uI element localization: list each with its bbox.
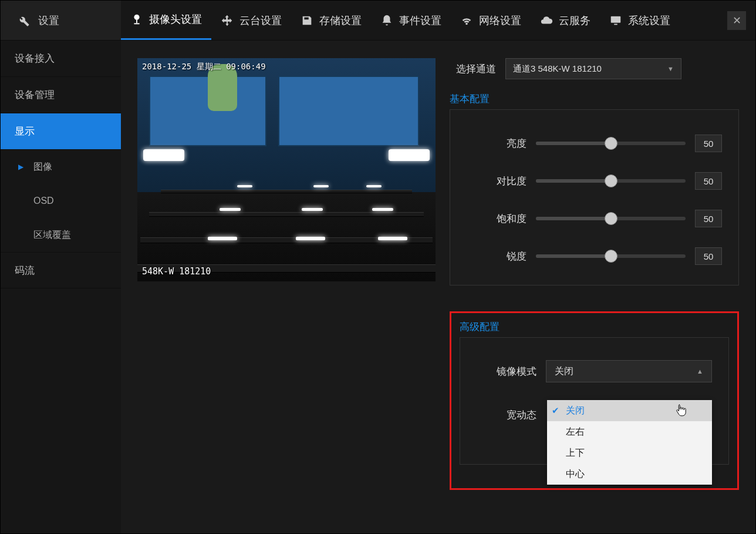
dropdown-option-label: 关闭 <box>566 405 585 417</box>
slider-label-brightness: 亮度 <box>460 137 536 150</box>
svg-rect-1 <box>136 20 137 23</box>
tab-ptz-settings[interactable]: 云台设置 <box>211 1 291 40</box>
tab-camera-settings[interactable]: 摄像头设置 <box>121 1 211 40</box>
sidebar-subitem-region-cover[interactable]: 区域覆盖 <box>1 218 121 252</box>
dropdown-option-left-right[interactable]: 左右 <box>547 421 712 442</box>
slider-label-saturation: 饱和度 <box>460 212 536 226</box>
tab-label: 存储设置 <box>319 14 362 28</box>
slider-contrast[interactable] <box>536 179 686 183</box>
slider-label-contrast: 对比度 <box>460 174 536 188</box>
tab-label: 摄像头设置 <box>149 12 202 26</box>
settings-header-label: 设置 <box>38 14 59 28</box>
tab-cloud-service[interactable]: 云服务 <box>531 1 600 40</box>
sidebar-subitem-label: 区域覆盖 <box>33 229 71 241</box>
video-preview: 2018-12-25 星期二 09:06:49 548K-W 181210 <box>137 58 436 281</box>
mirror-mode-select[interactable]: 关闭 ▲ <box>546 360 712 382</box>
tab-label: 事件设置 <box>399 14 441 28</box>
mirror-mode-label: 镜像模式 <box>470 365 546 378</box>
tab-event-settings[interactable]: 事件设置 <box>371 1 451 40</box>
tab-storage-settings[interactable]: 存储设置 <box>291 1 371 40</box>
sidebar: 设备接入 设备管理 显示 ▶ 图像 OSD 区域覆盖 码流 <box>1 41 121 533</box>
channel-select[interactable]: 通道3 548K-W 181210 ▼ <box>505 58 681 79</box>
sidebar-item-label: 设备接入 <box>15 52 55 65</box>
sidebar-item-display[interactable]: 显示 <box>1 113 121 150</box>
sidebar-item-device-access[interactable]: 设备接入 <box>1 41 121 77</box>
tab-label: 云台设置 <box>239 14 282 28</box>
tab-network-settings[interactable]: 网络设置 <box>451 1 531 40</box>
advanced-section-title: 高级配置 <box>460 320 729 334</box>
cursor-hand-icon <box>676 404 687 420</box>
tab-system-settings[interactable]: 系统设置 <box>600 1 680 40</box>
wrench-icon <box>17 14 30 27</box>
wifi-icon <box>460 14 473 27</box>
content-area: 2018-12-25 星期二 09:06:49 548K-W 181210 选择… <box>121 41 755 533</box>
tab-label: 云服务 <box>559 14 590 28</box>
sidebar-subitem-osd[interactable]: OSD <box>1 184 121 218</box>
dropdown-option-up-down[interactable]: 上下 <box>547 442 712 464</box>
dropdown-option-off[interactable]: ✔ 关闭 <box>547 400 712 421</box>
slider-brightness[interactable] <box>536 142 686 145</box>
sidebar-item-label: 显示 <box>15 125 35 138</box>
sidebar-item-device-management[interactable]: 设备管理 <box>1 77 121 113</box>
chevron-down-icon: ▼ <box>667 65 674 72</box>
dropdown-option-label: 上下 <box>566 447 585 459</box>
sidebar-subitem-label: OSD <box>33 196 54 206</box>
settings-header: 设置 <box>1 1 121 40</box>
sidebar-item-stream[interactable]: 码流 <box>1 252 121 288</box>
camera-icon <box>130 13 143 26</box>
check-icon: ✔ <box>552 405 559 416</box>
channel-label: 选择通道 <box>450 62 505 76</box>
dropdown-option-center[interactable]: 中心 <box>547 464 712 485</box>
sidebar-subitem-label: 图像 <box>33 161 52 173</box>
slider-label-sharpness: 锐度 <box>460 250 536 263</box>
top-bar: 设置 摄像头设置 云台设置 存储设置 事件设置 网络设置 云服务 系统设置 <box>1 1 755 41</box>
ptz-icon <box>221 14 234 27</box>
wdr-label: 宽动态 <box>470 408 546 422</box>
slider-value-contrast: 50 <box>695 172 722 190</box>
slider-value-brightness: 50 <box>695 135 722 152</box>
advanced-fieldset: 镜像模式 关闭 ▲ 宽动态 ✔ 关闭 <box>460 337 729 465</box>
advanced-highlight-box: 高级配置 镜像模式 关闭 ▲ 宽动态 ✔ <box>450 311 739 490</box>
tab-label: 系统设置 <box>628 14 670 28</box>
top-tabs: 摄像头设置 云台设置 存储设置 事件设置 网络设置 云服务 系统设置 <box>121 1 680 40</box>
monitor-icon <box>609 14 622 27</box>
sidebar-subitem-image[interactable]: ▶ 图像 <box>1 150 121 184</box>
osd-timestamp: 2018-12-25 星期二 09:06:49 <box>142 62 266 72</box>
dropdown-option-label: 左右 <box>566 426 585 438</box>
svg-rect-4 <box>614 23 617 25</box>
svg-rect-3 <box>611 16 621 22</box>
slider-value-saturation: 50 <box>695 210 722 227</box>
tab-label: 网络设置 <box>479 14 521 28</box>
slider-saturation[interactable] <box>536 217 686 220</box>
svg-rect-2 <box>134 23 139 24</box>
cloud-icon <box>540 14 553 27</box>
close-button[interactable] <box>727 11 746 30</box>
sidebar-item-label: 码流 <box>15 264 35 277</box>
save-icon <box>301 14 313 27</box>
slider-value-sharpness: 50 <box>695 247 722 265</box>
chevron-up-icon: ▲ <box>697 368 703 375</box>
basic-section-title: 基本配置 <box>450 92 739 106</box>
mirror-mode-value: 关闭 <box>555 365 573 378</box>
mirror-mode-dropdown: ✔ 关闭 左右 上下 中心 <box>547 400 712 485</box>
dropdown-option-label: 中心 <box>566 468 585 481</box>
channel-select-value: 通道3 548K-W 181210 <box>513 63 602 75</box>
slider-sharpness[interactable] <box>536 254 686 258</box>
svg-point-0 <box>134 15 139 20</box>
basic-fieldset: 亮度 50 对比度 50 饱和度 <box>450 109 739 286</box>
bell-icon <box>380 14 393 27</box>
osd-device-name: 548K-W 181210 <box>142 266 211 277</box>
sidebar-item-label: 设备管理 <box>15 88 55 102</box>
caret-right-icon: ▶ <box>18 163 23 171</box>
